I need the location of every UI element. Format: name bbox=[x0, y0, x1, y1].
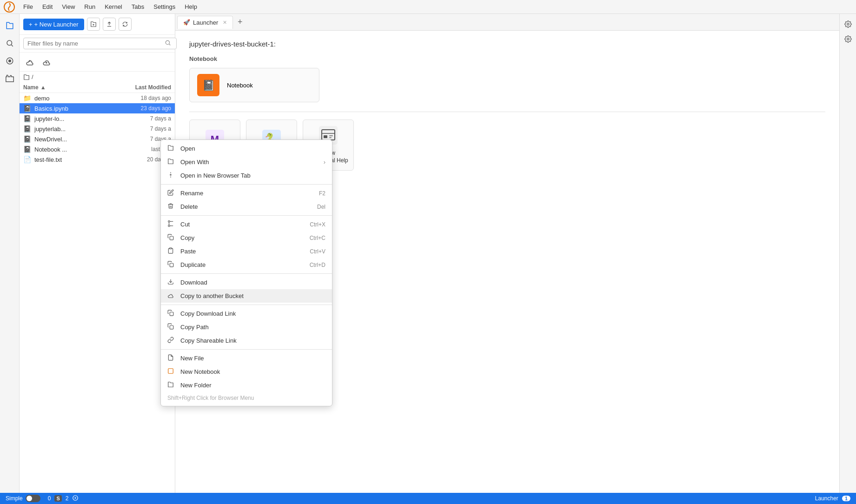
svg-point-36 bbox=[847, 38, 849, 40]
file-item-jupyterlab[interactable]: 📓 jupyterlab... 7 days a bbox=[20, 124, 175, 134]
ctx-rename[interactable]: Rename F2 bbox=[161, 186, 332, 200]
ctx-duplicate-shortcut: Ctrl+D bbox=[310, 262, 325, 268]
menu-edit[interactable]: Edit bbox=[39, 2, 56, 11]
menu-file[interactable]: File bbox=[20, 2, 37, 11]
file-item-test[interactable]: 📄 test-file.txt 20 days a bbox=[20, 154, 175, 165]
file-item-notebook[interactable]: 📓 Notebook ... last mor bbox=[20, 144, 175, 154]
new-launcher-button[interactable]: + + New Launcher bbox=[23, 19, 84, 30]
open-icon bbox=[167, 145, 176, 153]
file-item-jupyter-lo[interactable]: 📓 jupyter-lo... 7 days a bbox=[20, 113, 175, 124]
ctx-cut-label: Cut bbox=[180, 221, 305, 228]
main-area: + + New Launcher bbox=[0, 14, 856, 493]
copy-shareable-link-icon bbox=[167, 337, 176, 345]
svg-rect-32 bbox=[324, 135, 327, 138]
ctx-copy-path[interactable]: Copy Path bbox=[161, 320, 332, 334]
cloud-upload-btn[interactable] bbox=[23, 55, 36, 68]
simple-mode-toggle[interactable]: Simple bbox=[6, 495, 40, 502]
menu-settings[interactable]: Settings bbox=[150, 2, 179, 11]
header-last-modified[interactable]: Last Modified bbox=[115, 84, 171, 91]
ctx-open[interactable]: Open bbox=[161, 142, 332, 155]
svg-rect-15 bbox=[170, 236, 173, 240]
status-terminal-icon[interactable]: S bbox=[54, 495, 61, 502]
ctx-copy-download-link[interactable]: Copy Download Link bbox=[161, 307, 332, 320]
ctx-new-folder-label: New Folder bbox=[180, 382, 325, 389]
path-bar: / bbox=[20, 72, 175, 82]
ctx-new-folder[interactable]: New Folder bbox=[161, 378, 332, 392]
right-panel-settings-icon[interactable] bbox=[842, 18, 855, 31]
current-path: / bbox=[32, 73, 33, 80]
menu-view[interactable]: View bbox=[58, 2, 79, 11]
svg-rect-16 bbox=[170, 248, 172, 249]
notebook-card-label: Notebook bbox=[227, 82, 253, 89]
file-item-newdrivel[interactable]: 📓 NewDrivel... 7 days a bbox=[20, 134, 175, 144]
ctx-copy-path-label: Copy Path bbox=[180, 324, 325, 331]
menu-help[interactable]: Help bbox=[181, 2, 201, 11]
search-icon[interactable] bbox=[165, 40, 171, 47]
file-item-basics[interactable]: 📓 Basics.ipynb 23 days ago bbox=[20, 103, 175, 113]
sidebar-icon-extensions[interactable] bbox=[2, 71, 18, 86]
ctx-delete-label: Delete bbox=[180, 203, 312, 210]
file-list-header: Name ▲ Last Modified bbox=[20, 82, 175, 93]
ctx-new-file-label: New File bbox=[180, 355, 325, 362]
toggle-switch[interactable] bbox=[26, 495, 40, 502]
status-kernel-icon[interactable] bbox=[72, 495, 79, 503]
right-panel-settings2-icon[interactable] bbox=[842, 33, 855, 46]
file-panel: + + New Launcher bbox=[20, 14, 175, 493]
sidebar-icon-search[interactable] bbox=[2, 35, 18, 51]
refresh-button[interactable] bbox=[119, 18, 132, 31]
ctx-open-with[interactable]: Open With › bbox=[161, 155, 332, 169]
separator-2 bbox=[161, 215, 332, 216]
ctx-paste-label: Paste bbox=[180, 248, 305, 255]
file-name: test-file.txt bbox=[34, 156, 125, 163]
status-bar-right: Launcher 1 bbox=[815, 495, 850, 502]
ctx-copy-label: Copy bbox=[180, 234, 305, 241]
tab-close-icon[interactable]: ✕ bbox=[223, 20, 227, 26]
ctx-copy-bucket[interactable]: Copy to another Bucket bbox=[161, 289, 332, 303]
tab-launcher-icon: 🚀 bbox=[183, 19, 190, 26]
tab-bar: 🚀 Launcher ✕ + bbox=[175, 14, 839, 31]
rename-icon bbox=[167, 189, 176, 197]
ctx-open-label: Open bbox=[180, 145, 325, 152]
cloud-toolbar bbox=[20, 53, 175, 72]
ctx-copy-shortcut: Ctrl+C bbox=[310, 235, 325, 241]
duplicate-icon bbox=[167, 261, 176, 269]
svg-point-1 bbox=[7, 40, 12, 46]
ctx-new-file[interactable]: New File bbox=[161, 351, 332, 365]
file-date: 7 days a bbox=[125, 126, 171, 132]
ctx-download[interactable]: Download bbox=[161, 276, 332, 289]
svg-text:📓: 📓 bbox=[202, 79, 215, 92]
menu-run[interactable]: Run bbox=[80, 2, 99, 11]
menu-tabs[interactable]: Tabs bbox=[128, 2, 148, 11]
cloud-settings-btn[interactable] bbox=[40, 55, 53, 68]
sidebar-icon-files[interactable] bbox=[2, 18, 18, 33]
file-item-demo[interactable]: 📁 demo 18 days ago bbox=[20, 93, 175, 103]
menubar: File Edit View Run Kernel Tabs Settings … bbox=[0, 0, 856, 14]
notebook-icon: 📓 bbox=[23, 135, 32, 143]
new-folder-button[interactable] bbox=[87, 18, 100, 31]
ctx-copy[interactable]: Copy Ctrl+C bbox=[161, 231, 332, 245]
sidebar-icon-run[interactable] bbox=[2, 53, 18, 69]
separator-1 bbox=[161, 184, 332, 185]
header-name[interactable]: Name ▲ bbox=[23, 84, 115, 91]
notebook-card-icon: 📓 bbox=[197, 74, 219, 96]
ctx-paste[interactable]: Paste Ctrl+V bbox=[161, 245, 332, 258]
upload-button[interactable] bbox=[103, 18, 116, 31]
copy-path-icon bbox=[167, 323, 176, 331]
ctx-cut[interactable]: Cut Ctrl+X bbox=[161, 218, 332, 231]
ctx-download-label: Download bbox=[180, 279, 325, 286]
svg-rect-17 bbox=[170, 263, 173, 267]
ctx-copy-shareable-link[interactable]: Copy Shareable Link bbox=[161, 334, 332, 347]
tab-launcher-label: Launcher bbox=[193, 19, 218, 26]
paste-icon bbox=[167, 247, 176, 255]
ctx-duplicate[interactable]: Duplicate Ctrl+D bbox=[161, 258, 332, 272]
menu-kernel[interactable]: Kernel bbox=[101, 2, 126, 11]
separator-4 bbox=[161, 305, 332, 305]
sidebar-icons bbox=[0, 14, 20, 493]
ctx-open-new-tab[interactable]: Open in New Browser Tab bbox=[161, 169, 332, 182]
tab-launcher[interactable]: 🚀 Launcher ✕ bbox=[177, 16, 233, 29]
notebook-launcher-card[interactable]: 📓 Notebook bbox=[189, 68, 319, 102]
ctx-new-notebook[interactable]: New Notebook bbox=[161, 365, 332, 378]
ctx-delete[interactable]: Delete Del bbox=[161, 200, 332, 213]
tab-add-button[interactable]: + bbox=[234, 16, 246, 28]
search-input[interactable] bbox=[23, 38, 177, 49]
